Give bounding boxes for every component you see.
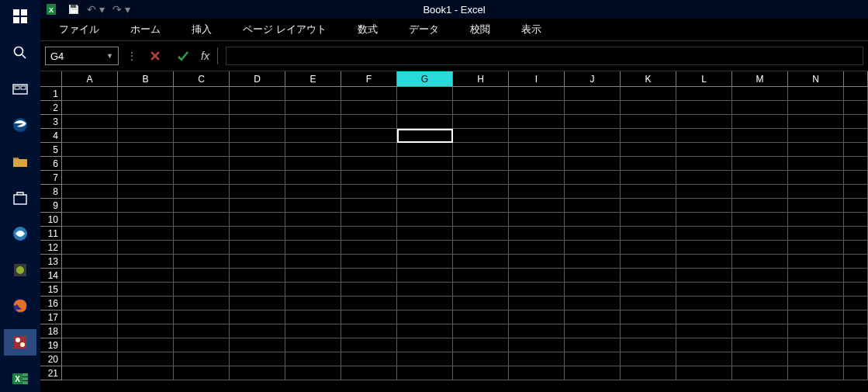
cell-B19[interactable] [118, 338, 174, 352]
cell-I5[interactable] [509, 143, 565, 157]
column-header-I[interactable]: I [509, 71, 565, 87]
cell-F10[interactable] [341, 213, 397, 227]
cell-C20[interactable] [174, 352, 230, 366]
column-header-L[interactable]: L [676, 71, 732, 87]
row-header-17[interactable]: 17 [40, 310, 62, 324]
cell-E12[interactable] [285, 241, 341, 255]
cell-M6[interactable] [732, 157, 788, 171]
cell-B13[interactable] [118, 255, 174, 269]
cell-J11[interactable] [565, 227, 621, 241]
cell-J8[interactable] [565, 185, 621, 199]
row-header-19[interactable]: 19 [40, 338, 62, 352]
undo-icon[interactable]: ↶ ▾ [87, 3, 105, 16]
cell-A6[interactable] [62, 157, 118, 171]
cell-C9[interactable] [174, 199, 230, 213]
cell-H6[interactable] [453, 157, 509, 171]
cell-L3[interactable] [676, 115, 732, 129]
store-icon[interactable] [4, 184, 36, 211]
cell-B2[interactable] [118, 101, 174, 115]
cell-L16[interactable] [676, 297, 732, 310]
cell-H17[interactable] [453, 310, 509, 324]
cell-H8[interactable] [453, 185, 509, 199]
cell-G14[interactable] [397, 269, 453, 283]
cell-E19[interactable] [285, 338, 341, 352]
cell-E10[interactable] [285, 213, 341, 227]
cell-D10[interactable] [230, 213, 285, 227]
cell-A14[interactable] [62, 269, 118, 283]
enter-button[interactable] [173, 47, 193, 64]
cell-J18[interactable] [565, 324, 621, 338]
cell-G6[interactable] [397, 157, 453, 171]
app-icon-2[interactable] [4, 256, 36, 283]
column-header-B[interactable]: B [118, 71, 174, 87]
cell-D7[interactable] [230, 171, 285, 185]
cell-M17[interactable] [732, 310, 788, 324]
name-box[interactable]: G4 ▼ [45, 47, 119, 65]
row-header-15[interactable]: 15 [40, 283, 62, 297]
cell-J7[interactable] [565, 171, 621, 185]
app-icon-3[interactable] [4, 329, 36, 356]
cell-E11[interactable] [285, 227, 341, 241]
column-header-F[interactable]: F [341, 71, 397, 87]
cell-G7[interactable] [397, 171, 453, 185]
cell-I18[interactable] [509, 324, 565, 338]
cell-K5[interactable] [621, 143, 676, 157]
cell-L17[interactable] [676, 310, 732, 324]
row-header-2[interactable]: 2 [40, 101, 62, 115]
cell-H21[interactable] [453, 366, 509, 380]
start-icon[interactable] [4, 3, 36, 30]
cell-I8[interactable] [509, 185, 565, 199]
cell-I16[interactable] [509, 297, 565, 310]
fx-button[interactable]: fx [201, 47, 218, 64]
cell-B3[interactable] [118, 115, 174, 129]
search-icon[interactable] [4, 40, 36, 67]
cell-B6[interactable] [118, 157, 174, 171]
cell-J1[interactable] [565, 87, 621, 101]
column-header-E[interactable]: E [285, 71, 341, 87]
app-icon-1[interactable] [4, 220, 36, 248]
cell-J2[interactable] [565, 101, 621, 115]
cell-D11[interactable] [230, 227, 285, 241]
cell-E5[interactable] [285, 143, 341, 157]
excel-icon[interactable]: X [4, 365, 36, 392]
cell-F3[interactable] [341, 115, 397, 129]
formula-input[interactable] [226, 47, 863, 65]
cell-M7[interactable] [732, 171, 788, 185]
cell-B17[interactable] [118, 310, 174, 324]
row-header-11[interactable]: 11 [40, 227, 62, 241]
cell-B21[interactable] [118, 366, 174, 380]
tab-formulas[interactable]: 数式 [353, 21, 382, 38]
cell-K21[interactable] [621, 366, 676, 380]
cell-F16[interactable] [341, 297, 397, 310]
cell-G21[interactable] [397, 366, 453, 380]
cell-K8[interactable] [621, 185, 676, 199]
cell-A9[interactable] [62, 199, 118, 213]
cell-G16[interactable] [397, 297, 453, 310]
cell-F9[interactable] [341, 199, 397, 213]
cell-M16[interactable] [732, 297, 788, 310]
tab-view[interactable]: 表示 [517, 21, 546, 38]
row-header-7[interactable]: 7 [40, 171, 62, 185]
tab-data[interactable]: データ [404, 21, 444, 38]
cell-N1[interactable] [788, 87, 844, 101]
cell-E6[interactable] [285, 157, 341, 171]
cell-F18[interactable] [341, 324, 397, 338]
cell-G9[interactable] [397, 199, 453, 213]
cell-E9[interactable] [285, 199, 341, 213]
cell-I1[interactable] [509, 87, 565, 101]
cell-G13[interactable] [397, 255, 453, 269]
cell-A11[interactable] [62, 227, 118, 241]
cell-F20[interactable] [341, 352, 397, 366]
cell-D6[interactable] [230, 157, 285, 171]
cell-E13[interactable] [285, 255, 341, 269]
cell-M21[interactable] [732, 366, 788, 380]
cell-I4[interactable] [509, 129, 565, 143]
cell-H4[interactable] [453, 129, 509, 143]
cell-H14[interactable] [453, 269, 509, 283]
cell-C4[interactable] [174, 129, 230, 143]
cell-H9[interactable] [453, 199, 509, 213]
row-header-6[interactable]: 6 [40, 157, 62, 171]
row-header-10[interactable]: 10 [40, 213, 62, 227]
cell-K7[interactable] [621, 171, 676, 185]
cell-B8[interactable] [118, 185, 174, 199]
